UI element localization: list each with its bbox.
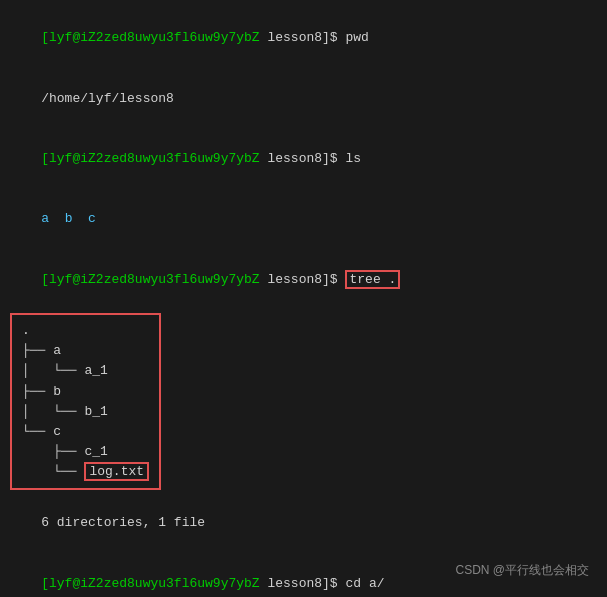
dir-label: lesson8]$ <box>260 30 338 45</box>
output-ls: a b c <box>10 189 597 249</box>
output-dirs-1: 6 directories, 1 file <box>10 493 597 553</box>
output-pwd: /home/lyf/lesson8 <box>10 68 597 128</box>
cmd-pwd: pwd <box>338 30 369 45</box>
tree-block-1: . ├── a │ └── a_1 ├── b │ └── b_1 └── c … <box>10 313 161 490</box>
watermark: CSDN @平行线也会相交 <box>455 562 589 579</box>
terminal: [lyf@iZ2zed8uwyu3fl6uw9y7ybZ lesson8]$ p… <box>0 0 607 597</box>
line-pwd-prompt: [lyf@iZ2zed8uwyu3fl6uw9y7ybZ lesson8]$ p… <box>10 8 597 68</box>
logtxt-highlight-1: log.txt <box>84 462 149 481</box>
username: [lyf@iZ2zed8uwyu3fl6uw9y7ybZ <box>41 30 259 45</box>
tree-cmd-highlight: tree . <box>345 270 400 289</box>
line-ls-prompt: [lyf@iZ2zed8uwyu3fl6uw9y7ybZ lesson8]$ l… <box>10 129 597 189</box>
username2: [lyf@iZ2zed8uwyu3fl6uw9y7ybZ <box>41 151 259 166</box>
line-tree-prompt: [lyf@iZ2zed8uwyu3fl6uw9y7ybZ lesson8]$ t… <box>10 250 597 310</box>
